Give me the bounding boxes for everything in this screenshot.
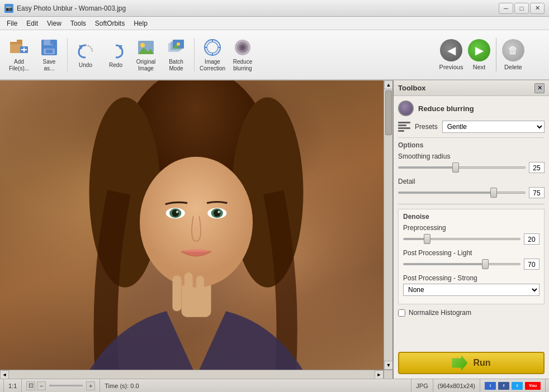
scroll-right-button[interactable]: ► bbox=[375, 370, 384, 379]
post-light-track[interactable] bbox=[403, 263, 520, 265]
post-light-thumb[interactable] bbox=[482, 259, 489, 269]
previous-icon: ◀ bbox=[440, 39, 462, 61]
svg-rect-46 bbox=[172, 275, 181, 311]
content-area: ▲ ▼ ◄ ► Toolbox ✕ bbox=[0, 80, 549, 379]
normalize-label[interactable]: Normalize Histogram bbox=[409, 309, 471, 317]
scroll-thumb-vertical[interactable] bbox=[385, 90, 392, 135]
normalize-checkbox[interactable] bbox=[398, 309, 405, 317]
reduce-blurring-label: Reduceblurring bbox=[233, 59, 252, 72]
info-icon[interactable]: i bbox=[485, 382, 496, 390]
batch-mode-button[interactable]: BatchMode bbox=[162, 32, 191, 77]
time-label: Time (s): bbox=[105, 383, 129, 389]
detail-thumb[interactable] bbox=[490, 188, 497, 198]
svg-point-14 bbox=[140, 43, 145, 47]
svg-rect-47 bbox=[184, 273, 193, 311]
maximize-button[interactable]: □ bbox=[514, 3, 529, 14]
horizontal-scrollbar[interactable]: ◄ ► bbox=[0, 370, 384, 379]
section-divider-1 bbox=[398, 204, 545, 204]
separator-2 bbox=[194, 38, 195, 71]
zoom-in-button[interactable]: + bbox=[86, 381, 95, 390]
scrollbar-corner bbox=[384, 370, 392, 379]
svg-rect-8 bbox=[50, 40, 53, 44]
title-bar: 📷 Easy Photo Unblur - Woman-003.jpg ─ □ … bbox=[0, 0, 549, 17]
bottom-row: ◄ ► bbox=[0, 370, 392, 379]
facebook-icon[interactable]: f bbox=[498, 382, 509, 390]
original-image-button[interactable]: OriginalImage bbox=[131, 32, 160, 77]
reduce-blurring-button[interactable]: Reduceblurring bbox=[228, 32, 257, 77]
title-bar-left: 📷 Easy Photo Unblur - Woman-003.jpg bbox=[4, 4, 126, 13]
redo-icon bbox=[106, 41, 126, 61]
menu-edit[interactable]: Edit bbox=[22, 18, 42, 28]
svg-point-22 bbox=[207, 42, 218, 53]
post-light-value: 70 bbox=[524, 259, 539, 270]
add-files-button[interactable]: AddFile(s)... bbox=[4, 32, 34, 77]
post-light-control: 70 bbox=[403, 259, 539, 270]
save-as-label: Saveas... bbox=[43, 59, 56, 72]
previous-button[interactable]: ◀ Previous bbox=[438, 33, 465, 77]
minimize-button[interactable]: ─ bbox=[499, 3, 513, 14]
scroll-track-horizontal[interactable] bbox=[9, 370, 375, 379]
youtube-icon[interactable]: You bbox=[525, 382, 541, 390]
svg-rect-48 bbox=[196, 275, 204, 310]
image-correction-label: ImageCorrection bbox=[200, 59, 225, 72]
redo-button[interactable]: Redo bbox=[101, 32, 130, 77]
twitter-icon[interactable]: t bbox=[512, 382, 523, 390]
status-bar: 1:1 ⊡ − + Time (s): 0.0 JPG (964x801x24)… bbox=[0, 379, 549, 392]
menu-file[interactable]: File bbox=[2, 18, 22, 28]
svg-rect-10 bbox=[46, 50, 53, 53]
toolbox-close-button[interactable]: ✕ bbox=[534, 83, 545, 93]
presets-icon bbox=[398, 122, 410, 132]
preprocessing-track[interactable] bbox=[403, 238, 520, 240]
format-value: JPG bbox=[416, 383, 428, 389]
svg-point-44 bbox=[214, 209, 221, 217]
post-strong-select[interactable]: None Light Medium Strong bbox=[403, 284, 539, 296]
vertical-scrollbar[interactable]: ▲ ▼ bbox=[384, 80, 392, 370]
zoom-out-button[interactable]: − bbox=[37, 381, 46, 390]
menu-bar: File Edit View Tools SoftOrbits Help bbox=[0, 17, 549, 30]
info-section[interactable]: i f t You bbox=[480, 379, 546, 392]
time-section: Time (s): 0.0 bbox=[100, 379, 411, 392]
run-button[interactable]: Run bbox=[398, 352, 545, 374]
window-controls[interactable]: ─ □ ✕ bbox=[499, 3, 545, 14]
scroll-up-button[interactable]: ▲ bbox=[384, 80, 392, 89]
menu-help[interactable]: Help bbox=[129, 18, 152, 28]
delete-button[interactable]: 🗑 Delete bbox=[500, 33, 527, 77]
detail-track[interactable] bbox=[398, 192, 526, 194]
scroll-down-button[interactable]: ▼ bbox=[384, 361, 392, 370]
smoothing-radius-thumb[interactable] bbox=[452, 162, 459, 173]
toolbox-panel: Toolbox ✕ Reduce blurring bbox=[392, 80, 549, 379]
presets-select[interactable]: Gentle Moderate Strong Custom bbox=[442, 121, 545, 133]
scroll-left-button[interactable]: ◄ bbox=[0, 370, 9, 379]
close-button[interactable]: ✕ bbox=[530, 3, 545, 14]
image-area: ▲ ▼ bbox=[0, 80, 392, 370]
dimensions-section: (964x801x24) bbox=[433, 379, 480, 392]
menu-softorbits[interactable]: SoftOrbits bbox=[91, 18, 129, 28]
preprocessing-thumb[interactable] bbox=[424, 234, 430, 244]
smoothing-radius-track[interactable] bbox=[398, 166, 526, 169]
presets-row: Presets Gentle Moderate Strong Custom bbox=[398, 121, 545, 133]
preprocessing-label: Preprocessing bbox=[403, 224, 539, 232]
undo-button[interactable]: Undo bbox=[71, 32, 100, 77]
svg-point-40 bbox=[172, 209, 179, 217]
add-files-label: AddFile(s)... bbox=[9, 59, 29, 72]
original-image-icon bbox=[136, 37, 156, 58]
menu-tools[interactable]: Tools bbox=[66, 18, 91, 28]
nav-buttons: ◀ Previous ▶ Next 🗑 Delete bbox=[438, 33, 527, 77]
reduce-blurring-tool-icon bbox=[398, 101, 414, 116]
scroll-track-vertical[interactable] bbox=[384, 89, 392, 361]
next-button[interactable]: ▶ Next bbox=[466, 33, 493, 77]
options-label: Options bbox=[398, 137, 545, 149]
menu-view[interactable]: View bbox=[42, 18, 66, 28]
image-correction-button[interactable]: ImageCorrection bbox=[198, 32, 227, 77]
next-label: Next bbox=[473, 64, 486, 70]
delete-icon: 🗑 bbox=[502, 39, 524, 61]
reduce-blurring-section: Reduce blurring Presets Gentle Moderate … bbox=[398, 101, 545, 198]
zoom-slider[interactable] bbox=[49, 385, 83, 386]
tool-header: Reduce blurring bbox=[398, 101, 545, 116]
dimensions-value: (964x801x24) bbox=[438, 383, 475, 389]
toolbox-body: Reduce blurring Presets Gentle Moderate … bbox=[394, 96, 549, 347]
zoom-fit-button[interactable]: ⊡ bbox=[26, 381, 35, 390]
zoom-controls[interactable]: ⊡ − + bbox=[22, 379, 100, 392]
save-as-button[interactable]: Saveas... bbox=[35, 32, 64, 77]
zoom-value: 1:1 bbox=[8, 383, 17, 389]
